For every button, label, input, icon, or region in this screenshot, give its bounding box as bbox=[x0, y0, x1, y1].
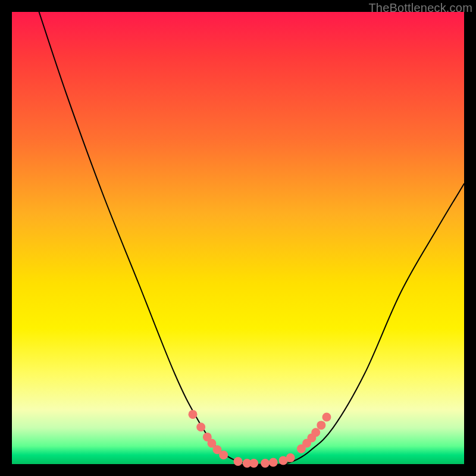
highlight-dot bbox=[311, 428, 320, 437]
bottleneck-curve bbox=[39, 12, 464, 465]
highlight-dot bbox=[196, 422, 205, 431]
highlight-dot bbox=[269, 458, 278, 466]
highlight-dot bbox=[249, 459, 258, 468]
curve-layer bbox=[12, 12, 464, 464]
plot-area bbox=[12, 12, 464, 464]
highlight-dot bbox=[286, 453, 295, 462]
highlight-dot bbox=[322, 412, 331, 421]
highlight-dot bbox=[189, 410, 198, 419]
highlight-dot bbox=[219, 450, 228, 459]
highlight-dot bbox=[261, 459, 270, 468]
highlight-dot bbox=[234, 457, 243, 466]
chart-frame: TheBottleneck.com bbox=[0, 0, 476, 476]
highlight-dot bbox=[317, 421, 325, 430]
